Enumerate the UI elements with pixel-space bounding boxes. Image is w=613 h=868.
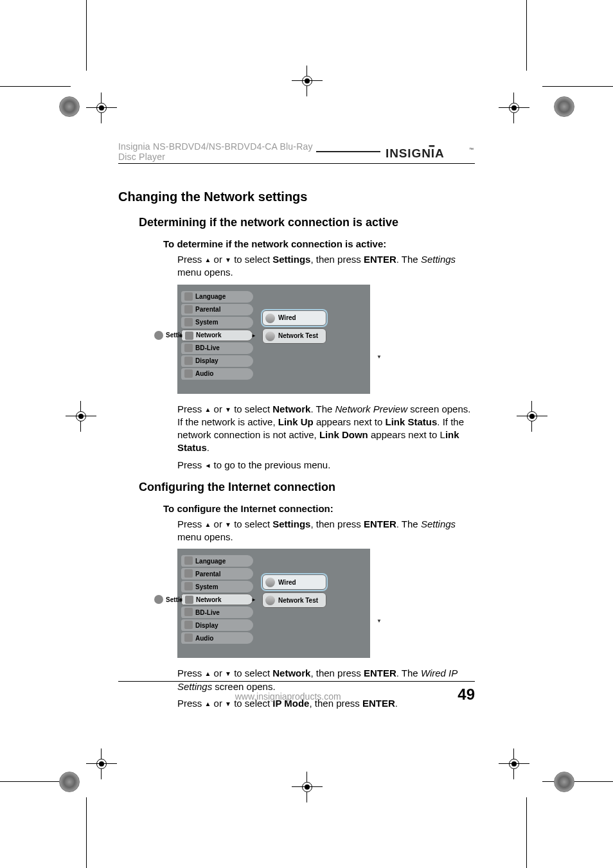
- crop-line: [86, 797, 87, 868]
- down-arrow-icon: [225, 403, 231, 414]
- menu-item-audio: Audio: [181, 368, 253, 380]
- wired-icon: [265, 578, 275, 587]
- network-icon: [185, 332, 193, 340]
- brand-logo: INSIGNIA ™: [386, 145, 475, 162]
- gear-icon: [154, 331, 163, 340]
- heading-2: Configuring the Internet connection: [139, 481, 475, 494]
- brand-line: [316, 151, 380, 152]
- down-caret-icon: ▼: [377, 618, 382, 624]
- crop-line: [526, 797, 527, 868]
- crop-line: [542, 86, 613, 87]
- bdlive-icon: [184, 608, 193, 616]
- language-icon: [184, 556, 193, 565]
- instruction-text: Press to go to the previous menu.: [177, 459, 475, 472]
- heading-1: Changing the Network settings: [118, 190, 475, 204]
- heading-3: To determine if the network connection i…: [163, 238, 475, 249]
- menu-item-system: System: [181, 581, 253, 592]
- menu-item-parental: Parental: [181, 304, 253, 315]
- left-arrow-icon: [205, 459, 211, 470]
- svg-text:INSIGNIA: INSIGNIA: [386, 146, 445, 160]
- product-header: Insignia NS-BRDVD4/NS-BRDVD4-CA Blu-Ray …: [118, 141, 316, 162]
- network-test-icon: [265, 596, 275, 605]
- settings-menu-screenshot: Settings Language Parental System ▲ ◄Net…: [177, 285, 370, 394]
- registration-mark-icon: [520, 405, 544, 428]
- up-arrow-icon: [205, 403, 211, 414]
- menu-item-language: Language: [181, 291, 253, 303]
- down-arrow-icon: [225, 518, 231, 529]
- menu-item-display: Display: [181, 619, 253, 631]
- display-icon: [184, 357, 193, 365]
- menu-item-language: Language: [181, 555, 253, 567]
- crop-line: [86, 0, 87, 71]
- footer-url: www.insigniaproducts.com: [235, 691, 341, 702]
- page-content: Insignia NS-BRDVD4/NS-BRDVD4-CA Blu-Ray …: [118, 141, 475, 714]
- heading-2: Determining if the network connection is…: [139, 216, 475, 229]
- display-icon: [184, 621, 193, 629]
- svg-rect-1: [429, 145, 435, 147]
- menu-item-system: System: [181, 317, 253, 328]
- network-icon: [185, 596, 193, 604]
- heading-3: To configure the Internet connection:: [163, 503, 475, 514]
- audio-icon: [184, 633, 193, 642]
- menu-item-display: Display: [181, 355, 253, 367]
- registration-mark-icon: [296, 775, 319, 799]
- down-arrow-icon: [225, 668, 231, 678]
- menu-item-parental: Parental: [181, 568, 253, 580]
- crop-line: [526, 0, 527, 71]
- option-network-test: Network Test: [262, 328, 326, 344]
- crop-line: [0, 86, 71, 87]
- registration-mark-icon: [296, 69, 319, 93]
- option-network-test: Network Test: [262, 592, 326, 608]
- system-icon: [184, 318, 193, 326]
- language-icon: [184, 292, 193, 301]
- instruction-text: Press or to select Network. The Network …: [177, 403, 475, 455]
- option-wired: Wired: [262, 574, 326, 590]
- up-arrow-icon: [205, 668, 211, 678]
- system-icon: [184, 582, 193, 590]
- option-wired: Wired: [262, 310, 326, 326]
- gear-icon: [154, 595, 163, 604]
- up-arrow-icon: [205, 254, 211, 265]
- instruction-text: Press or to select Settings, then press …: [177, 253, 475, 279]
- page-footer: www.insigniaproducts.com 49: [118, 681, 475, 704]
- svg-text:™: ™: [469, 147, 474, 152]
- page-number: 49: [458, 686, 475, 704]
- menu-item-bdlive: BD-Live: [181, 607, 253, 618]
- page-header: Insignia NS-BRDVD4/NS-BRDVD4-CA Blu-Ray …: [118, 141, 475, 164]
- menu-item-bdlive: BD-Live: [181, 342, 253, 354]
- parental-icon: [184, 569, 193, 578]
- settings-menu-screenshot: Settings Language Parental System ▲ ◄Net…: [177, 549, 370, 658]
- crop-line: [542, 781, 613, 782]
- menu-item-network: ◄Network►: [181, 594, 253, 605]
- bdlive-icon: [184, 344, 193, 352]
- menu-item-audio: Audio: [181, 632, 253, 644]
- network-test-icon: [265, 332, 275, 341]
- wired-icon: [265, 314, 275, 323]
- registration-mark-icon: [69, 405, 93, 428]
- instruction-text: Press or to select Settings, then press …: [177, 518, 475, 544]
- audio-icon: [184, 369, 193, 378]
- down-arrow-icon: [225, 254, 231, 265]
- down-caret-icon: ▼: [377, 354, 382, 360]
- up-arrow-icon: [205, 518, 211, 529]
- parental-icon: [184, 305, 193, 314]
- menu-item-network: ◄Network►: [181, 330, 253, 341]
